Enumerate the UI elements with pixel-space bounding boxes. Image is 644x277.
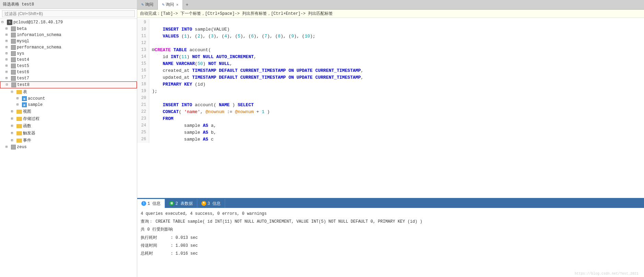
line-content[interactable]: ⊟CREATE TABLE account( (149, 47, 211, 54)
sidebar-filter-input[interactable] (2, 10, 135, 17)
code-line-23: 23 FROM (137, 115, 644, 122)
result-exec-time: 执行耗时 : 0.013 sec (141, 235, 641, 241)
sidebar-item-zeus[interactable]: ⊞zeus (0, 144, 137, 150)
bottom-tab-info3[interactable]: ⚑ 3 信息 (197, 199, 225, 208)
sidebar-item-functions[interactable]: ⊞函数 (0, 122, 137, 130)
code-line-22: 22 CONCAT( 'name', @nownum := @nownum + … (137, 109, 644, 115)
expand-icon: ⊞ (5, 33, 10, 37)
sidebar-item-mysql[interactable]: ⊞mysql (0, 38, 137, 44)
tree-item-label: 触发器 (23, 130, 35, 136)
result-affected: 共 0 行受到影响 (141, 226, 641, 233)
sidebar: 筛选表格 test8 ⊟Spcloud@172.18.40.179⊞beta⊞i… (0, 0, 137, 277)
line-number: 22 (137, 109, 149, 115)
line-content[interactable]: id INT(11) NOT NULL AUTO_INCREMENT, (149, 54, 256, 60)
warn-icon: ⚑ (201, 201, 206, 206)
sidebar-item-test7[interactable]: ⊞test7 (0, 75, 137, 81)
line-content[interactable]: created_at TIMESTAMP DEFAULT CURRENT_TIM… (149, 67, 363, 74)
line-number: 19 (137, 88, 149, 95)
line-content[interactable]: PRIMARY KEY (id) (149, 81, 206, 88)
line-content[interactable]: INSERT INTO sample(VALUE) (149, 26, 230, 33)
result-query-text: CREATE TABLE sample( id INT(11) NOT NULL… (155, 219, 422, 224)
expand-icon: ⊞ (5, 64, 10, 68)
sidebar-item-sys[interactable]: ⊞sys (0, 51, 137, 57)
line-content[interactable]: FROM (149, 115, 173, 122)
sidebar-item-tables[interactable]: ⊟表 (0, 88, 137, 96)
bottom-tab-tabledata-label: 2 表数据 (175, 201, 192, 207)
sidebar-tree: ⊟Spcloud@172.18.40.179⊞beta⊞information_… (0, 19, 137, 277)
db-icon (11, 57, 16, 62)
bottom-tab-info1-label: 1 信息 (148, 201, 161, 207)
line-content[interactable]: INSERT INTO account( NAME ) SELECT (149, 102, 254, 109)
tree-item-label: 表 (23, 89, 27, 95)
sidebar-item-triggers[interactable]: ⊞触发器 (0, 130, 137, 137)
line-content[interactable]: sample AS a, (149, 122, 216, 129)
line-content[interactable] (149, 19, 152, 26)
result-query-label: 查询： (141, 219, 153, 224)
line-content[interactable]: CONCAT( 'name', @nownum := @nownum + 1 ) (149, 109, 270, 115)
expand-icon: ⊞ (11, 124, 16, 129)
bottom-tab-tabledata[interactable]: ▦ 2 表数据 (165, 199, 197, 208)
table-icon: ▦ (22, 102, 27, 107)
db-icon (11, 45, 16, 50)
tab-query2-close[interactable]: ✕ (176, 2, 178, 7)
sidebar-item-server[interactable]: ⊟Spcloud@172.18.40.179 (0, 19, 137, 26)
code-editor[interactable]: 910 INSERT INTO sample(VALUE)11 VALUES (… (137, 18, 644, 198)
folder-icon (16, 90, 22, 94)
sidebar-item-sample[interactable]: ⊞▦sample (0, 102, 137, 108)
sidebar-item-beta[interactable]: ⊞beta (0, 26, 137, 32)
line-content[interactable]: updated_at TIMESTAMP DEFAULT CURRENT_TIM… (149, 74, 363, 81)
sidebar-item-procedures[interactable]: ⊞存储过程 (0, 115, 137, 122)
tree-item-label: 存储过程 (23, 116, 39, 122)
sidebar-item-performance_schema[interactable]: ⊞performance_schema (0, 44, 137, 51)
code-line-25: 25 sample AS b, (137, 129, 644, 136)
tree-item-label: test6 (17, 70, 29, 75)
result-summary-text: 4 queries executed, 4 success, 0 errors,… (141, 211, 267, 216)
sidebar-item-test6[interactable]: ⊞test6 (0, 69, 137, 75)
table-icon: ▦ (169, 201, 174, 206)
code-line-10: 10 INSERT INTO sample(VALUE) (137, 26, 644, 33)
code-line-13: 13⊟CREATE TABLE account( (137, 47, 644, 54)
line-number: 15 (137, 60, 149, 67)
tab-bar: ✎ 询问 ✎ 询问 ✕ + (137, 0, 644, 10)
line-content[interactable]: sample AS b, (149, 129, 216, 136)
line-content[interactable]: VALUES (1), (2), (3), (4), (5), (6), (7)… (149, 33, 315, 40)
sidebar-item-account[interactable]: ⊞▦account (0, 96, 137, 102)
sidebar-item-views[interactable]: ⊞视图 (0, 108, 137, 115)
line-content[interactable]: NAME VARCHAR(50) NOT NULL, (149, 60, 232, 67)
expand-icon: ⊟ (11, 90, 16, 95)
line-content[interactable]: sample AS c (149, 136, 213, 143)
sidebar-item-test4[interactable]: ⊞test4 (0, 57, 137, 63)
db-icon (11, 64, 16, 68)
bottom-tab-info1[interactable]: i 1 信息 (137, 199, 165, 208)
db-icon (11, 33, 16, 37)
sidebar-item-test8[interactable]: ⊟test8 (0, 81, 137, 88)
result-exec-time-value: : 0.013 sec (171, 235, 198, 240)
line-number: 16 (137, 67, 149, 74)
line-content[interactable]: ); (149, 88, 157, 95)
code-line-24: 24 sample AS a, (137, 122, 644, 129)
tree-item-label: test8 (17, 82, 30, 87)
result-total: 总耗时 : 1.016 sec (141, 251, 641, 257)
sidebar-item-events[interactable]: ⊞事件 (0, 137, 137, 144)
line-content[interactable] (149, 40, 152, 47)
db-icon (11, 26, 16, 31)
sidebar-header: 筛选表格 test8 (0, 0, 137, 9)
folder-icon (16, 138, 22, 143)
bottom-tab-bar: i 1 信息 ▦ 2 表数据 ⚑ 3 信息 (137, 199, 644, 208)
tab-query2[interactable]: ✎ 询问 ✕ (158, 0, 183, 10)
tree-item-label: zeus (17, 145, 27, 149)
sidebar-item-information_schema[interactable]: ⊞information_schema (0, 32, 137, 38)
line-number: 10 (137, 26, 149, 33)
expand-icon: ⊞ (5, 76, 10, 81)
result-transfer-value: : 1.003 sec (171, 243, 198, 248)
server-icon: S (7, 20, 12, 25)
sidebar-item-test5[interactable]: ⊞test5 (0, 63, 137, 69)
tab-query2-label: 询问 (166, 2, 174, 8)
line-content[interactable] (149, 95, 152, 102)
tab-query1[interactable]: ✎ 询问 (137, 0, 158, 9)
info-icon: i (141, 201, 146, 206)
table-icon: ▦ (22, 96, 27, 101)
code-line-26: 26 sample AS c (137, 136, 644, 143)
tab-add-button[interactable]: + (183, 0, 191, 9)
result-affected-text: 共 0 行受到影响 (141, 227, 173, 232)
